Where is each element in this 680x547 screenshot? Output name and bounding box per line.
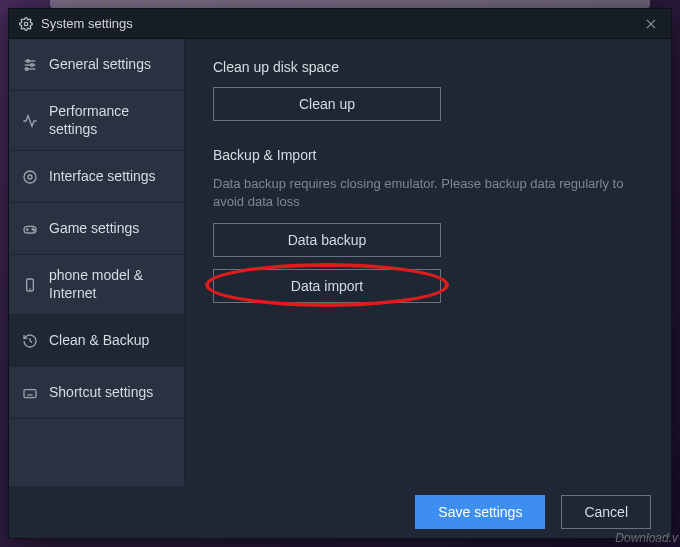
phone-icon xyxy=(21,276,39,294)
svg-rect-20 xyxy=(24,389,36,397)
data-import-button[interactable]: Data import xyxy=(213,269,441,303)
sidebar-item-phone[interactable]: phone model & Internet xyxy=(9,255,184,315)
sidebar-item-label: phone model & Internet xyxy=(49,267,172,302)
dialog-title: System settings xyxy=(41,16,133,31)
sidebar-item-label: General settings xyxy=(49,56,151,74)
svg-point-0 xyxy=(24,22,28,26)
data-backup-button[interactable]: Data backup xyxy=(213,223,441,257)
gear-icon xyxy=(21,168,39,186)
gamepad-icon xyxy=(21,220,39,238)
sidebar-item-interface[interactable]: Interface settings xyxy=(9,151,184,203)
sidebar-item-label: Shortcut settings xyxy=(49,384,153,402)
sidebar-item-label: Interface settings xyxy=(49,168,156,186)
svg-point-9 xyxy=(28,175,32,179)
sidebar: General settings Performance settings In… xyxy=(9,39,185,486)
save-settings-button[interactable]: Save settings xyxy=(415,495,545,529)
dialog-footer: Save settings Cancel xyxy=(9,486,671,538)
backup-section-title: Backup & Import xyxy=(213,147,643,163)
svg-point-15 xyxy=(33,229,34,230)
sidebar-item-performance[interactable]: Performance settings xyxy=(9,91,184,151)
titlebar: System settings xyxy=(9,9,671,39)
history-icon xyxy=(21,332,39,350)
gear-icon xyxy=(19,17,33,31)
clean-up-button[interactable]: Clean up xyxy=(213,87,441,121)
cancel-button[interactable]: Cancel xyxy=(561,495,651,529)
clean-section-title: Clean up disk space xyxy=(213,59,643,75)
highlight-annotation: Data import xyxy=(213,269,441,303)
sidebar-item-label: Performance settings xyxy=(49,103,172,138)
sidebar-item-clean-backup[interactable]: Clean & Backup xyxy=(9,315,184,367)
watermark: Download.v xyxy=(615,531,678,545)
sidebar-item-game[interactable]: Game settings xyxy=(9,203,184,255)
svg-point-10 xyxy=(24,171,36,183)
close-button[interactable] xyxy=(641,14,661,34)
sidebar-item-shortcut[interactable]: Shortcut settings xyxy=(9,367,184,419)
svg-line-19 xyxy=(30,341,32,342)
system-settings-dialog: System settings General settings xyxy=(8,8,672,539)
keyboard-icon xyxy=(21,384,39,402)
dialog-body: General settings Performance settings In… xyxy=(9,39,671,486)
sidebar-item-label: Game settings xyxy=(49,220,139,238)
sliders-icon xyxy=(21,56,39,74)
pulse-icon xyxy=(21,112,39,130)
content-pane: Clean up disk space Clean up Backup & Im… xyxy=(185,39,671,486)
sidebar-item-general[interactable]: General settings xyxy=(9,39,184,91)
backup-hint: Data backup requires closing emulator. P… xyxy=(213,175,643,211)
sidebar-item-label: Clean & Backup xyxy=(49,332,149,350)
